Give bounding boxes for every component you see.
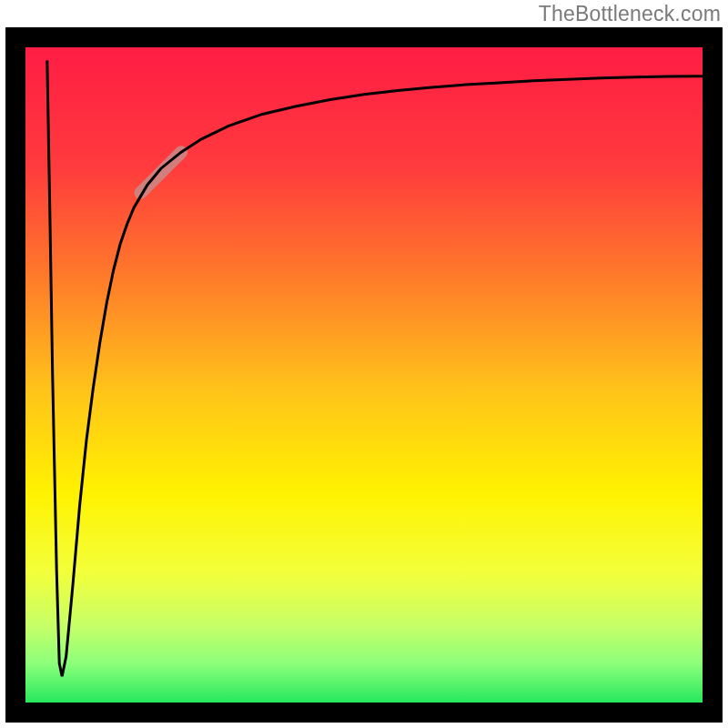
chart-stage: TheBottleneck.com <box>0 0 728 728</box>
bottleneck-chart <box>0 0 728 728</box>
watermark-text: TheBottleneck.com <box>539 2 721 26</box>
plot-background <box>25 47 703 703</box>
